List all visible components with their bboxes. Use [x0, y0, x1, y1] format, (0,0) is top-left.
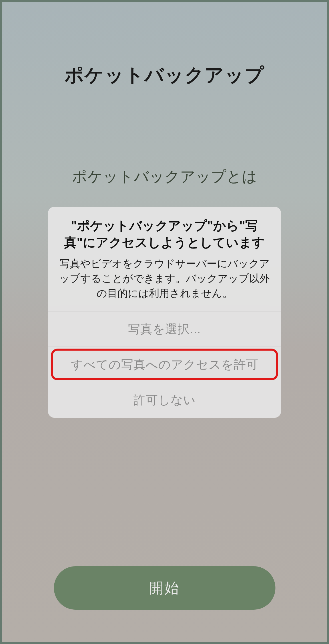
deny-label: 許可しない: [133, 392, 196, 408]
app-subtitle: ポケットバックアップとは: [72, 167, 257, 187]
select-photos-button[interactable]: 写真を選択...: [48, 311, 281, 347]
permission-alert: "ポケットバックアップ"から"写真"にアクセスしようとしています 写真やビデオを…: [48, 207, 281, 418]
alert-body: "ポケットバックアップ"から"写真"にアクセスしようとしています 写真やビデオを…: [48, 207, 281, 311]
app-title: ポケットバックアップ: [65, 62, 265, 88]
select-photos-label: 写真を選択...: [128, 321, 201, 337]
allow-all-photos-label: すべての写真へのアクセスを許可: [71, 357, 258, 373]
alert-title: "ポケットバックアップ"から"写真"にアクセスしようとしています: [56, 217, 273, 251]
allow-all-photos-button[interactable]: すべての写真へのアクセスを許可: [48, 347, 281, 382]
alert-message: 写真やビデオをクラウドサーバーにバックアップすることができます。バックアップ以外…: [56, 256, 273, 303]
start-button[interactable]: 開始: [54, 566, 275, 610]
start-button-label: 開始: [149, 579, 180, 598]
deny-button[interactable]: 許可しない: [48, 382, 281, 418]
